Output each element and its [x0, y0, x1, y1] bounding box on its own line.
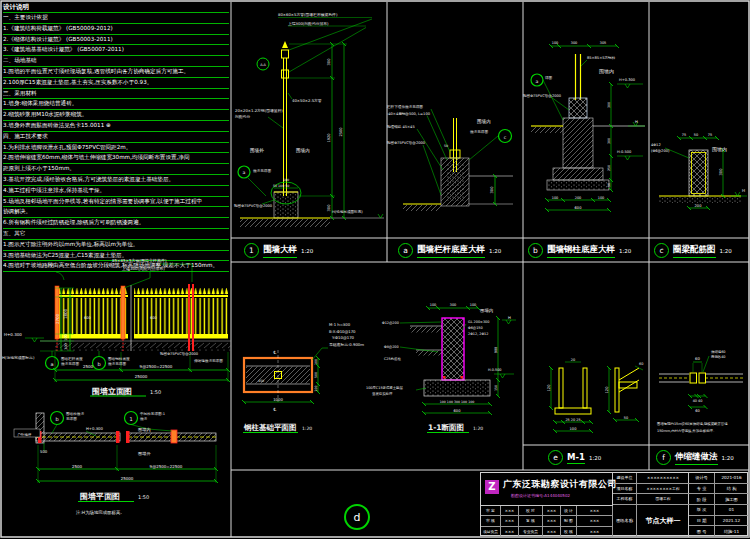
detailA-labels: 栏杆下埋件做法见详图 -40×4扁钢@500, L=100 预埋锚筋 45×45… [386, 104, 507, 145]
staff-cell: ××× [501, 516, 519, 526]
label: 户外地坪 [17, 432, 32, 437]
detail-b-drawing: 85×85×5方钢柱 围墙内 H+0.300 H H-0.500 a 详图 预留… [523, 0, 649, 238]
dim-label: 305 [600, 41, 606, 45]
caption-detail-e: e M-1 1:20 [548, 450, 601, 465]
note-line: 2.砌筑砂浆用M10水泥砂浆砌筑。 [3, 110, 229, 121]
note-line: 二、场地基础 [3, 56, 229, 67]
meta-cell: 版 次 [689, 505, 715, 516]
label: 预留Φ75PVC管@2000 [234, 203, 273, 208]
detail-d-drawing: M-1 h=300 B-X:Φ10@170 Y:Φ10@170 基础底标高-0.… [232, 262, 520, 470]
note-line: 1.为利排水墙脚设泄水孔,预留Φ75PVC管间距2m。 [3, 143, 229, 154]
note-line: 1.围墙的平面位置尺寸须经现场复核,遇管线时由各方协商确定后方可施工。 [3, 67, 229, 78]
dim-label: 100 [314, 385, 318, 391]
level-label: H [742, 188, 745, 193]
dim-label: 100 [570, 427, 578, 431]
label: GL 200×300 [468, 320, 489, 324]
staff-cell: 复 核 [519, 516, 543, 526]
detailA-graphic [403, 118, 513, 211]
elevation-title: 围墙立面图 [92, 387, 132, 396]
elevation-scale: 1:50 [150, 389, 161, 395]
dim-label: 500 [40, 449, 48, 454]
staff-cell: ××× [501, 527, 519, 537]
staff-cell: ××× [543, 506, 561, 516]
detail-bubble: c [654, 243, 669, 258]
plan-title: 围墙平面图 [80, 492, 120, 501]
detailC-graphic [659, 150, 741, 203]
staff-cell: ××× [577, 506, 613, 516]
dim-label: 600 [575, 206, 583, 210]
dim-label: 2500 [72, 464, 83, 469]
label: 围墙内 [599, 68, 614, 75]
level-label: H+0.300 [86, 426, 103, 431]
sheet-meta-grid: 设计号2021-016专 业结 构阶 段施工图版 次01日 期2021.12图 … [689, 473, 749, 537]
detail-bubble: b [528, 243, 543, 258]
note-line: 一、主要设计依据 [3, 13, 229, 24]
dim-label: 100 [598, 196, 604, 200]
staff-cell: 项目负责 [481, 527, 501, 537]
detail1-graphic [240, 41, 384, 227]
dim-label: 100 [64, 334, 68, 340]
expansion-joint-post [188, 284, 190, 351]
sheet-name-label: 图纸名称 [613, 505, 637, 538]
label: Y:Φ10@170 [332, 335, 355, 340]
dim-label: 300 [571, 41, 577, 45]
dim-label: 25 20 25 [565, 418, 580, 422]
dim-label: 300 [327, 204, 331, 212]
label: 围墙钢柱底座 [108, 356, 130, 361]
label: (Φ6@200) [651, 149, 670, 153]
title-block: Z 广东泛珠勘察设计有限公司 勘察设计证书编号:A144040502 审 定××… [480, 472, 748, 536]
label: 围墙内 [712, 146, 727, 153]
detailF-dim-labels: 60 40 40 60 [693, 356, 703, 413]
info-label: 工程名称 [613, 494, 637, 504]
footing-plan-title: 钢柱基础平面图 [243, 423, 297, 432]
dim-label: 1800 [63, 308, 68, 319]
bubble-letter: 1 [129, 416, 132, 422]
note-line: 5.场地及相邻场地平面分界线等,若有特定的情形需要协调事宜,以便于施工过程中 [3, 197, 229, 208]
note-line: 2.100厚C15素混凝土垫层,基土夯实,压实系数不小于0.93。 [3, 78, 229, 89]
label: Φ8@200 [384, 345, 399, 349]
dim-label: 50 [624, 416, 628, 420]
label: 85×85×5方钢(围墙立柱构件) [112, 258, 167, 264]
caption-detail-a: a 围墙栏杆底座大样 1:20 [398, 243, 501, 258]
detail-e-drawing: 20 120 25 20 25 100 120 50 60 [523, 262, 649, 445]
detail-bubble: d [344, 504, 370, 530]
staff-cell: ××× [501, 506, 519, 516]
dim-label: 900 [494, 347, 498, 353]
fence-post [121, 286, 125, 339]
company-cert: 勘察设计证书编号:A144040502 [511, 493, 570, 498]
info-row: 项目名称 ××××××××工程 [613, 484, 689, 495]
level-label: H+0.300 [619, 78, 636, 82]
detailF-labels: 伸缩缝60 两侧各40 围墙每隔约15m设60宽伸缩缝,钢横梁断开留缝 150m… [657, 350, 728, 433]
meta-cell: 2021-016 [715, 473, 749, 484]
detail-title: 围墙钢柱底座大样 [547, 244, 615, 258]
section11-title: 1-1断面图 [428, 423, 464, 432]
plan-post [126, 431, 130, 443]
level-label: H-0.500 [488, 368, 501, 372]
staff-cell: 专业负责 [519, 527, 543, 537]
label: 围墙内 [480, 308, 493, 313]
centerline-mark: ℄ [273, 407, 277, 412]
dim-label: 100 [552, 196, 558, 200]
detail1-dim-lines [248, 18, 372, 221]
plan-post [116, 431, 120, 443]
dim-label: 40 40 [693, 399, 703, 403]
label: 80×60×5方管(围墙栏杆横梁构件) [278, 12, 338, 17]
staff-cell: 校 对 [519, 506, 543, 516]
label: Φ6@150 [468, 326, 483, 330]
dim-label: 100 [470, 303, 476, 307]
detailB-graphic [531, 54, 645, 190]
plan-dim-labels: 2500 9@2500=22500 25000 [72, 464, 183, 481]
dim-label: 1920 [327, 133, 331, 143]
level-label: H [635, 119, 638, 124]
label: 围墙内 [477, 119, 491, 125]
info-value: 围墙工程 [637, 494, 689, 504]
design-notes: 设计说明 一、主要设计依据1.《建筑结构荷载规范》 (GB50009-2012)… [3, 2, 229, 272]
meta-cell: 结施-11 [715, 526, 749, 537]
dim-label: 60 [695, 409, 700, 413]
staff-cell: ××× [543, 516, 561, 526]
meta-cell: 阶 段 [689, 494, 715, 505]
staff-cell: 审 定 [481, 506, 501, 516]
project-info: 建设单位 ×××××××××× 项目名称 ××××××××工程 工程名称 围墙工… [613, 473, 689, 537]
label: M-1 h=300 [329, 322, 351, 327]
staff-cell: 制 图 [561, 516, 577, 526]
